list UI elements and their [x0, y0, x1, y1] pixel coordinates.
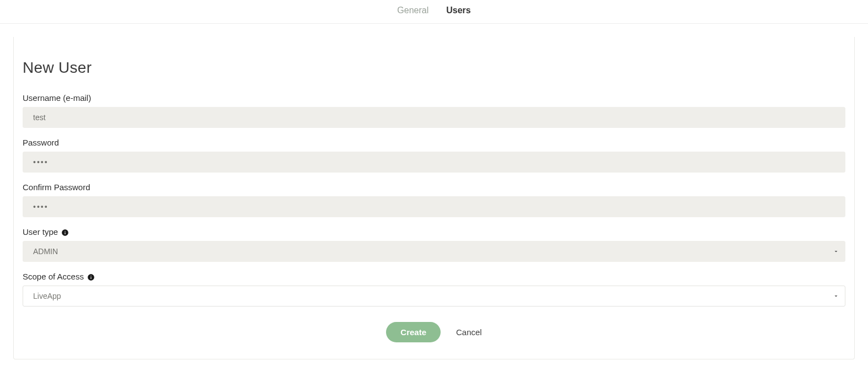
username-label: Username (e-mail) [23, 93, 845, 103]
info-icon [87, 273, 95, 281]
confirm-password-label: Confirm Password [23, 182, 845, 192]
user-type-label-text: User type [23, 227, 58, 237]
username-group: Username (e-mail) [23, 93, 845, 128]
scope-select[interactable]: LiveApp [23, 286, 845, 307]
confirm-password-group: Confirm Password •••• [23, 182, 845, 217]
tab-general[interactable]: General [397, 6, 428, 15]
user-type-select[interactable]: ADMIN [23, 241, 845, 262]
confirm-password-input[interactable]: •••• [23, 196, 845, 217]
username-input[interactable] [23, 107, 845, 128]
cancel-button[interactable]: Cancel [456, 327, 482, 337]
user-type-group: User type ADMIN [23, 227, 845, 262]
page-title: New User [23, 59, 845, 77]
form-actions: Create Cancel [23, 322, 845, 342]
password-label: Password [23, 138, 845, 147]
scope-label: Scope of Access [23, 272, 845, 281]
password-input[interactable]: •••• [23, 152, 845, 173]
tab-users[interactable]: Users [446, 6, 470, 15]
info-icon [61, 229, 69, 237]
tab-bar: General Users [0, 0, 868, 24]
password-group: Password •••• [23, 138, 845, 173]
scope-label-text: Scope of Access [23, 272, 84, 281]
new-user-card: New User Username (e-mail) Password ••••… [13, 37, 855, 359]
user-type-label: User type [23, 227, 845, 237]
create-button[interactable]: Create [386, 322, 441, 342]
scope-group: Scope of Access LiveApp [23, 272, 845, 307]
